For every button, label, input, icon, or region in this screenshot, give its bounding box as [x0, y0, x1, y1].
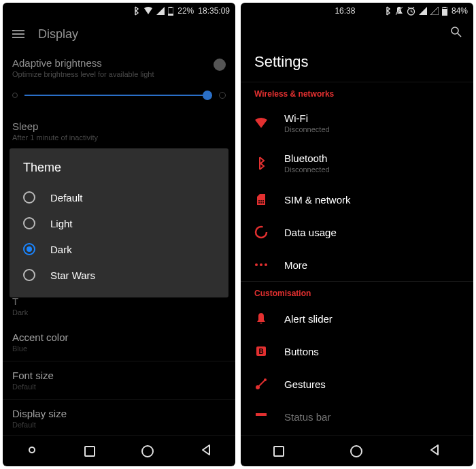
svg-rect-28: [256, 413, 267, 416]
svg-point-20: [255, 263, 258, 266]
radio-icon[interactable]: [23, 269, 35, 281]
font-size-title: Font size: [12, 370, 226, 381]
nav-home-button[interactable]: [141, 445, 154, 457]
brightness-slider[interactable]: [24, 95, 212, 96]
theme-option-default[interactable]: Default: [20, 184, 218, 210]
signal-icon-2: [430, 7, 439, 15]
theme-option-star-wars[interactable]: Star Wars: [20, 262, 218, 288]
search-icon[interactable]: [450, 26, 462, 41]
accent-color-sub: Blue: [12, 344, 226, 353]
radio-icon[interactable]: [23, 217, 35, 229]
navigation-bar: [3, 435, 235, 466]
section-wireless: Wireless & networks: [241, 82, 473, 103]
battery-icon: [168, 7, 173, 16]
nav-apps-icon[interactable]: [26, 444, 38, 459]
phone-display-settings: 22% 18:35:09 Display Adaptive brightness…: [3, 3, 235, 466]
nav-recent-button[interactable]: [273, 446, 284, 457]
svg-rect-2: [168, 14, 173, 16]
buttons-icon: B: [254, 344, 268, 358]
status-bar-title: Status bar: [284, 411, 330, 423]
svg-point-13: [258, 200, 260, 201]
adaptive-brightness-sub: Optimize brightness level for available …: [12, 70, 214, 78]
sleep-sub: After 1 minute of inactivity: [12, 133, 226, 142]
bluetooth-icon: [385, 6, 392, 16]
hamburger-icon[interactable]: [12, 30, 24, 38]
svg-point-17: [260, 202, 262, 204]
gestures-title: Gestures: [284, 378, 326, 390]
phone-settings: 16:38 84% Settings: [241, 3, 473, 466]
svg-point-21: [260, 263, 262, 266]
svg-point-4: [30, 448, 34, 452]
svg-point-15: [262, 200, 264, 201]
font-size-sub: Default: [12, 383, 226, 391]
battery-icon: [442, 7, 447, 16]
more-icon: [254, 258, 268, 272]
svg-point-16: [258, 202, 260, 204]
nav-recent-button[interactable]: [84, 446, 95, 457]
bluetooth-icon: [133, 6, 140, 16]
wifi-item[interactable]: Wi-Fi Disconnected: [241, 103, 473, 143]
theme-option-dark[interactable]: Dark: [20, 236, 218, 262]
svg-point-19: [256, 227, 267, 238]
more-title: More: [284, 259, 307, 271]
signal-icon: [156, 7, 165, 15]
wifi-icon: [254, 116, 268, 130]
display-size-title: Display size: [12, 408, 226, 419]
status-bar-icon: [254, 410, 268, 423]
brightness-slider-thumb[interactable]: [203, 91, 212, 100]
accent-color-title: Accent color: [12, 331, 226, 343]
svg-point-27: [264, 378, 267, 381]
nav-back-button[interactable]: [428, 444, 441, 459]
nav-back-button[interactable]: [200, 444, 212, 459]
theme-option-light[interactable]: Light: [20, 210, 218, 236]
display-size-row[interactable]: Display size Default: [3, 400, 235, 437]
radio-icon[interactable]: [23, 191, 35, 204]
buttons-item[interactable]: B Buttons: [241, 335, 473, 368]
brightness-max-icon: [219, 92, 226, 99]
battery-percent: 84%: [452, 6, 468, 16]
radio-icon-selected[interactable]: [23, 243, 35, 255]
app-header: Display: [3, 19, 235, 49]
theme-dialog: Theme Default Light Dark Star Wars: [10, 148, 228, 297]
statusbar: 16:38 84%: [241, 3, 473, 19]
more-item[interactable]: More: [241, 248, 473, 281]
alert-slider-title: Alert slider: [284, 313, 333, 325]
wifi-icon: [143, 7, 153, 15]
bluetooth-title: Bluetooth: [284, 152, 330, 164]
data-usage-item[interactable]: Data usage: [241, 216, 473, 248]
alarm-icon: [407, 7, 415, 16]
svg-line-12: [458, 33, 461, 37]
sim-icon: [254, 193, 268, 206]
accent-color-row[interactable]: Accent color Blue: [3, 323, 235, 361]
sleep-row[interactable]: Sleep After 1 minute of inactivity: [3, 114, 235, 148]
adaptive-brightness-row[interactable]: Adaptive brightness Optimize brightness …: [3, 49, 235, 82]
statusbar: 22% 18:35:09: [3, 3, 235, 19]
alert-slider-item[interactable]: Alert slider: [241, 302, 473, 335]
adaptive-brightness-toggle[interactable]: [214, 59, 226, 71]
svg-rect-10: [442, 9, 447, 16]
svg-rect-9: [443, 7, 446, 8]
bluetooth-sub: Disconnected: [284, 165, 330, 174]
font-size-row[interactable]: Font size Default: [3, 361, 235, 400]
sim-title: SIM & network: [284, 194, 351, 206]
wifi-sub: Disconnected: [284, 125, 330, 133]
status-bar-item[interactable]: Status bar: [241, 400, 473, 426]
bluetooth-icon: [254, 157, 268, 170]
svg-point-14: [260, 200, 262, 201]
nav-home-button[interactable]: [350, 445, 362, 457]
bluetooth-item[interactable]: Bluetooth Disconnected: [241, 143, 473, 183]
buttons-title: Buttons: [284, 346, 319, 357]
svg-rect-1: [169, 7, 172, 8]
data-usage-icon: [254, 225, 268, 239]
page-title: Display: [38, 27, 78, 42]
bell-icon: [254, 312, 268, 325]
dnd-icon: [395, 6, 403, 16]
gestures-item[interactable]: Gestures: [241, 368, 473, 400]
clock-left: 16:38: [335, 6, 355, 16]
sim-item[interactable]: SIM & network: [241, 183, 473, 216]
clock: 18:35:09: [198, 6, 230, 16]
settings-title: Settings: [241, 41, 473, 82]
adaptive-brightness-title: Adaptive brightness: [12, 57, 214, 69]
brightness-slider-row: [3, 82, 235, 114]
sleep-title: Sleep: [12, 120, 226, 132]
